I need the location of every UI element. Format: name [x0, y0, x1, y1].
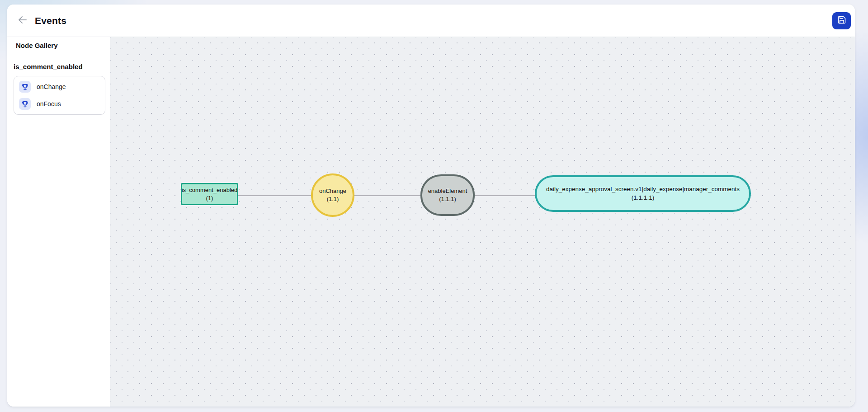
node-label: enableElement [428, 187, 467, 195]
flow-edge [354, 195, 421, 196]
node-id: (1.1.1) [439, 195, 456, 203]
save-button[interactable] [832, 12, 851, 29]
node-id: (1) [206, 194, 213, 202]
header: Events [7, 5, 855, 37]
page-title: Events [35, 15, 66, 26]
flow-edge [474, 195, 536, 196]
section-title: is_comment_enabled [14, 63, 105, 70]
sidebar-title: Node Gallery [7, 37, 110, 54]
node-label: is_comment_enabled [182, 186, 238, 194]
gallery-item-label: onFocus [37, 100, 61, 108]
gallery-item-label: onChange [37, 83, 66, 90]
flow-node-is-comment-enabled[interactable]: is_comment_enabled (1) [181, 183, 238, 205]
node-id: (1.1.1.1) [632, 194, 654, 202]
save-icon [837, 15, 846, 26]
flow-node-onchange[interactable]: onChange (1.1) [311, 173, 354, 217]
trophy-icon [19, 98, 31, 110]
main-area: Node Gallery is_comment_enabled [7, 37, 855, 407]
gallery-item-onfocus[interactable]: onFocus [14, 95, 105, 112]
back-button[interactable] [16, 14, 29, 28]
flow-canvas[interactable]: is_comment_enabled (1) onChange (1.1) en… [110, 37, 855, 407]
node-id: (1.1) [327, 195, 339, 203]
sidebar-section: is_comment_enabled onChang [7, 54, 110, 115]
gallery-item-onchange[interactable]: onChange [14, 78, 105, 95]
flow-edge [237, 195, 312, 196]
app-window: Events Node Gallery is_comment_enabled [7, 5, 855, 407]
node-gallery-sidebar: Node Gallery is_comment_enabled [7, 37, 110, 407]
flow-node-enableelement[interactable]: enableElement (1.1.1) [420, 174, 475, 216]
node-label: daily_expense_approval_screen.v1|daily_e… [546, 185, 740, 194]
arrow-left-icon [17, 14, 28, 27]
flow-node-manager-comments[interactable]: daily_expense_approval_screen.v1|daily_e… [535, 175, 751, 212]
node-gallery-list: onChange onFocus [14, 76, 105, 115]
trophy-icon [19, 81, 31, 93]
node-label: onChange [319, 187, 346, 195]
